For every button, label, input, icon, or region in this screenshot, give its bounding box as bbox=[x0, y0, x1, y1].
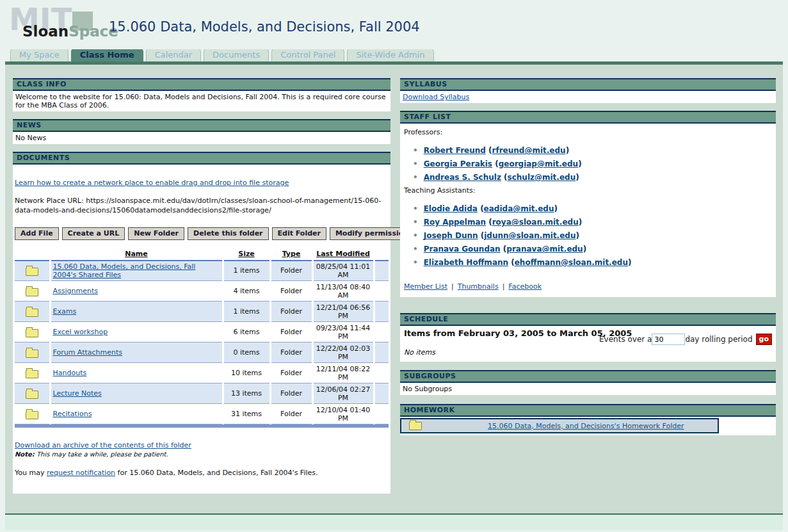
schedule-empty-text: No items bbox=[404, 348, 772, 357]
main-content: CLASS INFO Welcome to the website for 15… bbox=[5, 65, 783, 513]
member-links-row: Member List|Thumbnails|Facebook bbox=[404, 282, 772, 291]
rolling-period-control: Events over a day rolling period go bbox=[599, 334, 772, 345]
ta-link[interactable]: Pranava Goundan bbox=[424, 245, 501, 254]
table-row: Exams 1 items Folder 12/21/04 06:56 PM bbox=[15, 302, 389, 322]
folder-link[interactable]: Excel workshop bbox=[53, 328, 108, 336]
folder-link[interactable]: Assignments bbox=[53, 287, 99, 295]
modified-cell: 12/21/04 06:56 PM bbox=[312, 302, 374, 322]
paren: ) bbox=[575, 173, 579, 182]
folder-link[interactable]: Exams bbox=[53, 307, 77, 316]
go-button[interactable]: go bbox=[756, 334, 772, 345]
folder-icon bbox=[26, 391, 38, 399]
right-column: SYLLABUS Download Syllabus STAFF LIST Pr… bbox=[400, 78, 776, 513]
folder-icon bbox=[26, 268, 38, 276]
syllabus-header: SYLLABUS bbox=[400, 78, 776, 91]
facebook-link[interactable]: Facebook bbox=[508, 282, 542, 291]
folder-link[interactable]: Recitations bbox=[53, 410, 92, 418]
schedule-body: Items from February 03, 2005 to March 05… bbox=[400, 326, 776, 362]
tab-class-home[interactable]: Class Home bbox=[71, 47, 143, 61]
rolling-period-input[interactable] bbox=[652, 334, 685, 345]
type-cell: Folder bbox=[270, 383, 312, 404]
table-row: Forum Attachments 0 items Folder 12/22/0… bbox=[15, 343, 389, 363]
paren: ) bbox=[628, 258, 631, 267]
tab-site-wide-admin[interactable]: Site-Wide Admin bbox=[347, 47, 433, 61]
folder-link[interactable]: Handouts bbox=[53, 369, 87, 377]
professor-email-link[interactable]: georgiap@mit.edu bbox=[499, 159, 578, 168]
ta-link[interactable]: Elodie Adida bbox=[424, 204, 478, 213]
tas-list: Elodie Adida (eadida@mit.edu) Roy Appelm… bbox=[413, 204, 772, 267]
professors-label: Professors: bbox=[404, 128, 772, 136]
separator: | bbox=[451, 282, 454, 291]
professor-link[interactable]: Georgia Perakis bbox=[424, 159, 492, 168]
footer-band bbox=[5, 515, 783, 530]
folder-icon bbox=[26, 411, 38, 419]
ta-email-link[interactable]: ehoffmann@sloan.mit.edu bbox=[515, 258, 628, 267]
create-url-button[interactable]: Create a URL bbox=[62, 227, 125, 240]
sort-by-name[interactable]: Name bbox=[50, 248, 223, 261]
separator: | bbox=[503, 282, 505, 291]
folder-icon bbox=[26, 370, 38, 378]
documents-header: DOCUMENTS bbox=[13, 152, 390, 165]
class-info-header: CLASS INFO bbox=[13, 78, 390, 91]
network-place-help-link[interactable]: Learn how to create a network place to e… bbox=[15, 179, 289, 187]
class-info-body: Welcome to the website for 15.060: Data,… bbox=[13, 91, 390, 111]
download-syllabus-link[interactable]: Download Syllabus bbox=[403, 93, 469, 101]
table-row: Assignments 4 items Folder 11/13/04 08:4… bbox=[15, 281, 389, 302]
size-cell: 0 items bbox=[223, 343, 270, 363]
ta-link[interactable]: Elizabeth Hoffmann bbox=[424, 258, 508, 267]
type-cell: Folder bbox=[270, 261, 312, 281]
header: MIT SloanSpace 15.060 Data, Models, and … bbox=[0, 0, 788, 49]
tab-documents[interactable]: Documents bbox=[204, 47, 269, 61]
tab-calendar[interactable]: Calendar bbox=[146, 47, 201, 61]
tab-bar: My Space Class Home Calendar Documents C… bbox=[0, 49, 788, 61]
homework-folder-link[interactable]: 15.060 Data, Models, and Decisions's Hom… bbox=[488, 422, 684, 430]
ta-link[interactable]: Joseph Dunn bbox=[424, 231, 478, 240]
subgroups-header: SUBGROUPS bbox=[400, 370, 776, 383]
sloanspace-logo[interactable]: MIT SloanSpace bbox=[9, 6, 105, 42]
table-row: Recitations 31 items Folder 12/10/04 01:… bbox=[15, 404, 389, 424]
ta-email-link[interactable]: pranava@mit.edu bbox=[506, 245, 583, 254]
delete-folder-button[interactable]: Delete this folder bbox=[188, 227, 268, 240]
sort-by-type[interactable]: Type bbox=[270, 248, 312, 261]
modified-cell: 09/23/04 11:44 PM bbox=[312, 322, 374, 343]
member-list-link[interactable]: Member List bbox=[404, 282, 447, 291]
notify-suffix: for 15.060 Data, Models, and Decisions, … bbox=[115, 469, 318, 477]
folder-link[interactable]: 15.060 Data, Models, and Decisions, Fall… bbox=[53, 262, 196, 279]
professor-link[interactable]: Andreas S. Schulz bbox=[424, 173, 501, 182]
ta-email-link[interactable]: eadida@mit.edu bbox=[484, 204, 554, 213]
tab-my-space[interactable]: My Space bbox=[10, 47, 68, 61]
note-text: This may take a while, please be patient… bbox=[35, 451, 168, 458]
news-body: No News bbox=[13, 132, 390, 144]
new-folder-button[interactable]: New Folder bbox=[128, 227, 184, 240]
paren: ) bbox=[575, 231, 579, 240]
edit-folder-button[interactable]: Edit Folder bbox=[272, 227, 326, 240]
professor-email-link[interactable]: rfreund@mit.edu bbox=[492, 146, 566, 155]
list-item: Pranava Goundan (pranava@mit.edu) bbox=[413, 245, 772, 254]
ta-email-link[interactable]: jdunn@sloan.mit.edu bbox=[484, 231, 575, 240]
type-cell: Folder bbox=[270, 343, 312, 363]
folder-link[interactable]: Lecture Notes bbox=[53, 389, 102, 398]
size-cell: 4 items bbox=[223, 281, 270, 302]
folder-icon bbox=[26, 288, 38, 296]
add-file-button[interactable]: Add File bbox=[15, 227, 59, 240]
sort-by-size[interactable]: Size bbox=[223, 248, 270, 261]
folder-icon bbox=[26, 309, 38, 317]
ta-email-link[interactable]: roya@sloan.mit.edu bbox=[492, 218, 579, 227]
archive-note: Note: This may take a while, please be p… bbox=[15, 451, 389, 458]
sort-by-modified[interactable]: Last Modified bbox=[312, 248, 374, 261]
network-place-url: Network Place URL: https://sloanspace.mi… bbox=[15, 197, 389, 216]
schedule-header: SCHEDULE bbox=[400, 313, 776, 326]
download-archive-link[interactable]: Download an archive of the contents of t… bbox=[15, 441, 191, 449]
table-row: 15.060 Data, Models, and Decisions, Fall… bbox=[15, 261, 389, 281]
tab-control-panel[interactable]: Control Panel bbox=[271, 47, 344, 61]
professor-link[interactable]: Robert Freund bbox=[424, 146, 486, 155]
note-label: Note: bbox=[15, 451, 35, 458]
professors-list: Robert Freund (rfreund@mit.edu) Georgia … bbox=[413, 146, 772, 182]
ta-link[interactable]: Roy Appelman bbox=[424, 218, 486, 227]
folder-link[interactable]: Forum Attachments bbox=[53, 348, 123, 357]
professor-email-link[interactable]: schulz@mit.edu bbox=[508, 173, 576, 182]
paren: ) bbox=[583, 245, 586, 254]
thumbnails-link[interactable]: Thumbnails bbox=[458, 282, 499, 291]
request-notification-link[interactable]: request notification bbox=[47, 469, 115, 477]
file-table-header-row: Name Size Type Last Modified bbox=[15, 248, 389, 261]
